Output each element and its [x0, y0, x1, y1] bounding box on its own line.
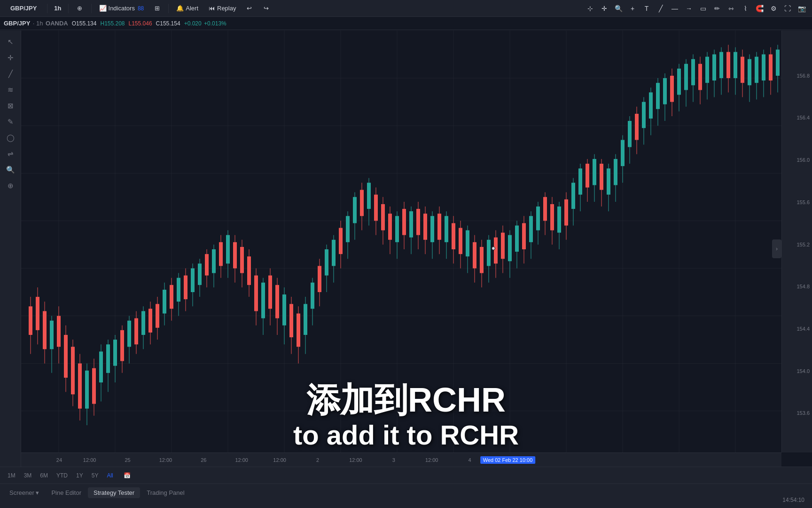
xaxis-label-1200-3: 12:00 [235, 457, 248, 463]
bottom-tabs: Screener ▾ Pine Editor Strategy Tester T… [0, 484, 812, 501]
undo-icon: ↩ [245, 5, 253, 12]
crosshair-tool[interactable]: ✛ [598, 2, 611, 15]
trend-line-tool[interactable]: ╱ [3, 66, 18, 81]
svg-rect-226 [748, 59, 751, 86]
fib-tool[interactable]: ≋ [3, 82, 18, 97]
svg-rect-80 [233, 242, 237, 269]
pattern-tool[interactable]: ⊠ [3, 98, 18, 113]
arrow-tool[interactable]: → [682, 2, 695, 15]
crosshair-left-tool[interactable]: ✛ [3, 50, 18, 65]
redo-button[interactable]: ↪ [258, 3, 273, 14]
svg-rect-184 [600, 164, 603, 190]
svg-rect-164 [529, 216, 533, 242]
chart-symbol: GBP/JPY · 1h OANDA [4, 20, 68, 27]
measure-left-tool[interactable]: ⇌ [3, 146, 18, 161]
replay-icon: ⏮ [208, 5, 215, 12]
timeframe-button[interactable]: 1h [51, 3, 64, 14]
y-price-2: 156.4 [796, 115, 810, 120]
tab-pine-editor[interactable]: Pine Editor [46, 487, 87, 498]
xaxis-label-1200-4: 12:00 [273, 457, 286, 463]
svg-rect-44 [106, 344, 110, 373]
tf-ytd[interactable]: YTD [53, 470, 71, 481]
replay-button[interactable]: ⏮ Replay [204, 3, 240, 14]
svg-rect-188 [614, 159, 617, 185]
xaxis-label-24: 24 [56, 457, 62, 463]
layout-button[interactable]: ⊞ [149, 3, 164, 14]
tf-3m[interactable]: 3M [20, 470, 36, 481]
svg-rect-66 [184, 276, 187, 300]
svg-rect-166 [536, 206, 540, 230]
annotation-tool[interactable]: ✎ [3, 114, 18, 129]
tf-1m[interactable]: 1M [4, 470, 19, 481]
xaxis-label-1200-6: 12:00 [425, 457, 438, 463]
tab-screener[interactable]: Screener ▾ [4, 487, 45, 498]
svg-rect-54 [141, 311, 145, 335]
alert-button[interactable]: 🔔 Alert [172, 3, 202, 14]
cursor-tool[interactable]: ⊹ [584, 2, 597, 15]
svg-rect-122 [381, 204, 385, 230]
fullscreen-tool[interactable]: ⛶ [781, 2, 794, 15]
compare-button[interactable]: ⊕ [72, 3, 87, 14]
svg-rect-124 [388, 214, 392, 240]
settings-tool[interactable]: ⚙ [767, 2, 780, 15]
text-tool[interactable]: T [640, 2, 653, 15]
tf-all[interactable]: All [103, 470, 117, 481]
right-toolbar: ⊹ ✛ 🔍 + T ╱ — → ▭ ✏ ⇿ ⌇ 🧲 ⚙ ⛶ 📷 [580, 0, 812, 17]
svg-rect-228 [755, 57, 758, 83]
shape-tool[interactable]: ◯ [3, 130, 18, 145]
bar-tool[interactable]: ⌇ [739, 2, 752, 15]
svg-rect-120 [374, 195, 378, 221]
tab-trading-panel[interactable]: Trading Panel [141, 487, 190, 498]
svg-rect-128 [402, 209, 406, 235]
svg-rect-118 [367, 183, 371, 209]
svg-rect-38 [85, 371, 89, 409]
plus-tool[interactable]: + [626, 2, 639, 15]
tf-1y[interactable]: 1Y [72, 470, 87, 481]
magnet-left-tool[interactable]: ⊕ [3, 178, 18, 193]
replay-label: Replay [217, 5, 236, 12]
divider-2 [68, 4, 69, 13]
undo-button[interactable]: ↩ [242, 3, 257, 14]
svg-rect-142 [452, 223, 455, 249]
symbol-button[interactable]: GBP/JPY [4, 3, 43, 14]
zoom-tool[interactable]: 🔍 [612, 2, 625, 15]
svg-rect-206 [677, 69, 681, 95]
svg-rect-220 [726, 52, 730, 78]
svg-rect-198 [649, 92, 653, 119]
y-price-4: 155.6 [796, 199, 810, 205]
magnet-tool[interactable]: 🧲 [753, 2, 766, 15]
svg-rect-94 [282, 294, 286, 325]
xaxis-label-1200-5: 12:00 [349, 457, 362, 463]
chart-canvas[interactable] [21, 31, 781, 467]
zoom-left-tool[interactable]: 🔍 [3, 162, 18, 177]
line-tool[interactable]: ╱ [654, 2, 667, 15]
chart-broker: OANDA [46, 20, 68, 27]
snapshot-tool[interactable]: 📷 [795, 2, 808, 15]
tab-strategy-tester[interactable]: Strategy Tester [88, 487, 140, 498]
right-scroll-button[interactable]: › [772, 239, 781, 258]
svg-rect-64 [177, 278, 180, 302]
tf-5y[interactable]: 5Y [88, 470, 102, 481]
svg-rect-58 [156, 304, 159, 328]
svg-rect-104 [318, 266, 321, 292]
cursor-left-tool[interactable]: ↖ [3, 34, 18, 49]
measure-tool[interactable]: ⇿ [725, 2, 738, 15]
indicators-button[interactable]: 📈 Indicators 88 [95, 3, 148, 14]
svg-rect-202 [663, 78, 667, 104]
tf-calendar[interactable]: 📅 [120, 470, 134, 481]
svg-rect-190 [621, 140, 625, 167]
alert-label: Alert [186, 5, 198, 12]
tf-6m[interactable]: 6M [36, 470, 52, 481]
hline-tool[interactable]: — [668, 2, 681, 15]
svg-rect-78 [226, 235, 230, 264]
price-change: +0.020 +0.013% [184, 20, 226, 27]
svg-rect-192 [628, 121, 632, 147]
bottom-panel: 1M 3M 6M YTD 1Y 5Y All 📅 Screener ▾ Pine… [0, 467, 812, 508]
svg-rect-30 [57, 316, 61, 347]
svg-rect-218 [719, 52, 723, 78]
rect-tool[interactable]: ▭ [696, 2, 710, 15]
divider-4 [168, 4, 169, 13]
pencil-tool[interactable]: ✏ [710, 2, 724, 15]
svg-rect-230 [762, 55, 765, 81]
y-price-3: 156.0 [796, 157, 810, 163]
